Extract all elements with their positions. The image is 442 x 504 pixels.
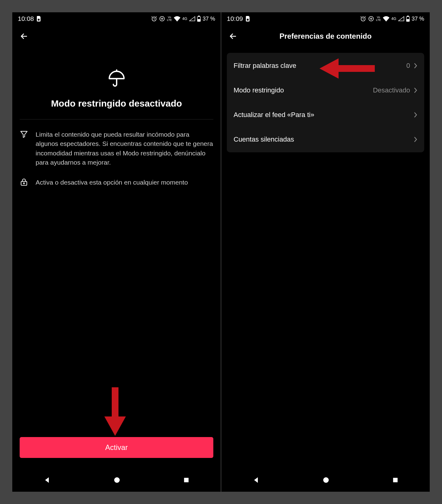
row-label: Filtrar palabras clave: [234, 62, 296, 70]
back-button[interactable]: [225, 28, 241, 44]
square-icon: [392, 477, 399, 483]
alarm-icon: [360, 16, 366, 22]
statusbar: 10:09 VoLTE 4G 37 %: [221, 12, 430, 25]
chevron-right-icon: [414, 112, 417, 118]
signal-icon: [398, 16, 404, 21]
nav-recent-button[interactable]: [392, 477, 399, 485]
triangle-left-icon: [253, 476, 260, 484]
signal-icon: [189, 16, 195, 21]
desc-filter-text: Limita el contenido que pueda resultar i…: [36, 130, 213, 167]
desc-row-filter: Limita el contenido que pueda resultar i…: [20, 130, 213, 167]
row-label: Cuentas silenciadas: [234, 135, 294, 143]
umbrella-icon: [107, 69, 126, 90]
row-muted-accounts[interactable]: Cuentas silenciadas: [227, 127, 424, 152]
battery-text: 37 %: [203, 16, 215, 22]
chevron-right-icon: [414, 88, 417, 93]
funnel-icon: [20, 130, 29, 167]
data-saver-icon: [159, 16, 165, 22]
lock-icon: [20, 178, 29, 188]
network-badge: 4G: [391, 17, 396, 21]
chevron-right-icon: [414, 63, 417, 68]
activate-button[interactable]: Activar: [20, 437, 213, 458]
back-button[interactable]: [16, 28, 32, 44]
wifi-icon: [383, 16, 390, 21]
sim-icon: [246, 16, 250, 21]
svg-rect-16: [407, 16, 409, 17]
status-time: 10:08: [18, 15, 34, 22]
row-value: Desactivado: [373, 86, 410, 94]
screen-content-preferences: 10:09 VoLTE 4G 37 % Preferencias de cont…: [221, 12, 430, 492]
header: Preferencias de contenido: [221, 25, 430, 47]
svg-point-7: [23, 183, 24, 184]
sim-icon: [37, 16, 41, 21]
square-icon: [183, 477, 190, 483]
svg-point-20: [323, 477, 329, 483]
desc-lock-text: Activa o desactiva esta opción en cualqu…: [36, 178, 213, 188]
volte-icon: VoLTE: [376, 16, 381, 21]
volte-icon: VoLTE: [167, 16, 172, 21]
row-restricted-mode[interactable]: Modo restringido Desactivado: [227, 78, 424, 103]
row-refresh-foryou[interactable]: Actualizar el feed «Para ti»: [227, 103, 424, 127]
status-time: 10:09: [227, 15, 243, 22]
svg-rect-0: [38, 19, 40, 21]
settings-menu: Filtrar palabras clave 0 Modo restringid…: [227, 53, 424, 152]
svg-rect-5: [198, 19, 200, 21]
nav-home-button[interactable]: [322, 476, 330, 485]
system-navbar: [12, 470, 221, 492]
statusbar: 10:08 VoLTE 4G 37 %: [12, 12, 221, 25]
nav-recent-button[interactable]: [183, 477, 190, 485]
battery-icon: [197, 16, 201, 22]
triangle-left-icon: [44, 476, 51, 484]
page-title: Modo restringido desactivado: [20, 98, 213, 119]
svg-rect-12: [247, 19, 249, 21]
row-label: Actualizar el feed «Para ti»: [234, 111, 314, 119]
nav-back-button[interactable]: [253, 476, 260, 485]
alarm-icon: [151, 16, 157, 22]
page-title: Preferencias de contenido: [221, 32, 430, 41]
row-label: Modo restringido: [234, 86, 284, 94]
chevron-right-icon: [414, 137, 417, 142]
arrow-left-icon: [19, 32, 29, 41]
svg-rect-11: [184, 478, 188, 483]
system-navbar: [221, 470, 430, 492]
circle-icon: [322, 476, 330, 484]
svg-point-10: [114, 477, 120, 483]
header: [12, 25, 221, 47]
nav-back-button[interactable]: [44, 476, 51, 485]
nav-home-button[interactable]: [113, 476, 121, 485]
data-saver-icon: [368, 16, 374, 22]
arrow-left-icon: [228, 32, 238, 41]
row-filter-keywords[interactable]: Filtrar palabras clave 0: [227, 53, 424, 78]
battery-icon: [406, 16, 410, 22]
row-value: 0: [406, 62, 410, 70]
desc-row-lock: Activa o desactiva esta opción en cualqu…: [20, 178, 213, 188]
screen-restricted-mode: 10:08 VoLTE 4G 37 % Modo re: [12, 12, 221, 492]
wifi-icon: [174, 16, 180, 21]
battery-text: 37 %: [412, 16, 424, 22]
svg-rect-17: [407, 19, 409, 21]
svg-rect-21: [393, 478, 397, 483]
network-badge: 4G: [182, 17, 187, 21]
circle-icon: [113, 476, 121, 484]
svg-rect-4: [198, 16, 200, 17]
activate-label: Activar: [105, 443, 128, 452]
